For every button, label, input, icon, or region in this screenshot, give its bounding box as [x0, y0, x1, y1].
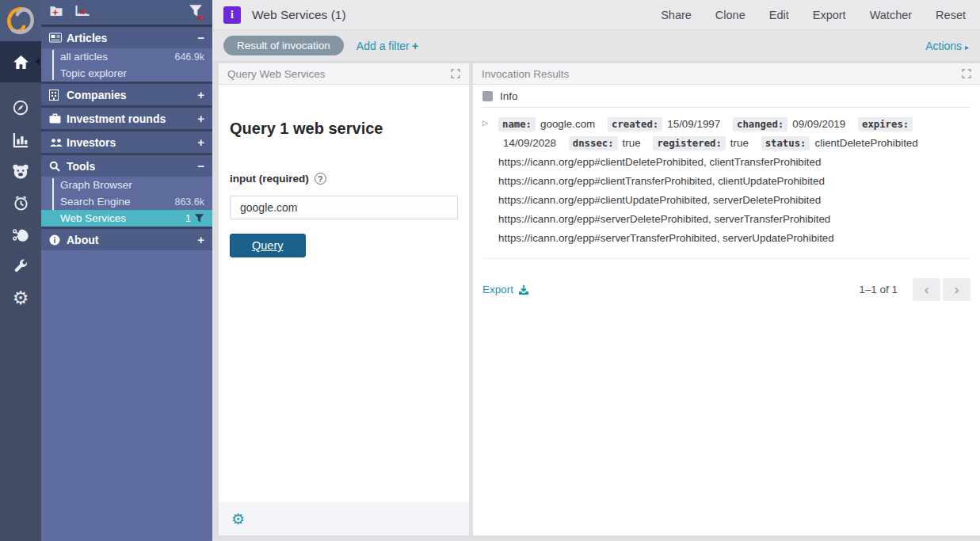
rail-history-button[interactable] [0, 187, 41, 219]
edit-button[interactable]: Edit [769, 9, 789, 21]
building-icon [49, 90, 67, 101]
rail-charts-button[interactable] [0, 124, 41, 155]
sidebar-item-search-engine[interactable]: Search Engine 863.6k [41, 193, 212, 210]
collapse-toggle[interactable]: − [197, 159, 204, 173]
alarm-clock-icon [13, 195, 29, 211]
section-about: About + [41, 229, 212, 250]
section-label: Articles [67, 32, 107, 44]
export-results-link[interactable]: Export [482, 284, 529, 295]
pagination: 1–1 of 1 ‹ › [859, 278, 970, 301]
actions-link[interactable]: Actions ▸ [925, 40, 969, 52]
field-value: 15/09/1997 [667, 118, 720, 130]
section-header-investment-rounds[interactable]: Investment rounds + [41, 108, 212, 129]
sidebar-item-graph-browser[interactable]: Graph Browser [41, 177, 212, 193]
sidebar-item-all-articles[interactable]: all articles 646.9k [41, 48, 212, 65]
field-key: registered: [653, 136, 725, 150]
rail-pipelines-button[interactable] [0, 219, 41, 250]
query-settings-gear-icon[interactable]: ⚙ [231, 512, 245, 527]
query-panel-footer: ⚙ [219, 502, 469, 535]
help-icon[interactable]: ? [315, 173, 326, 185]
panel-title: Invocation Results [482, 68, 569, 80]
expand-toggle[interactable]: + [197, 233, 204, 246]
tools-items: Graph Browser Search Engine 863.6k Web S… [41, 177, 212, 227]
top-menu: Share Clone Edit Export Watcher Reset [661, 9, 980, 21]
results-footer-row: Export 1–1 of 1 ‹ › [482, 278, 970, 301]
panel-title: Query Web Services [227, 68, 326, 80]
expand-panel-icon[interactable] [962, 69, 971, 78]
plus-icon: + [412, 39, 419, 52]
section-label: Investment rounds [67, 112, 166, 125]
query-input[interactable] [230, 196, 458, 219]
invocation-results-panel: Invocation Results Info ▷ name:google.co… [473, 63, 980, 535]
articles-items: all articles 646.9k Topic explorer [41, 48, 212, 82]
rail-datasets-button[interactable] [0, 155, 41, 187]
section-articles: Articles − all articles 646.9k Topic exp… [41, 27, 212, 82]
content-area: Query Web Services Query 1 web service i… [212, 62, 980, 540]
clear-filter-button[interactable]: × [189, 4, 203, 21]
rail-home-button[interactable] [0, 41, 41, 82]
bear-face-icon [12, 163, 29, 180]
field-value: 14/09/2028 [503, 137, 556, 149]
section-header-tools[interactable]: Tools − [41, 155, 212, 177]
right-arrow-icon: ▸ [965, 43, 969, 51]
record-expand-icon[interactable]: ▷ [482, 115, 498, 248]
new-chart-button[interactable]: + [74, 5, 90, 20]
section-header-investors[interactable]: Investors + [41, 131, 212, 153]
section-header-companies[interactable]: Companies + [41, 84, 212, 105]
pagination-range: 1–1 of 1 [859, 284, 898, 295]
collapse-toggle[interactable]: − [197, 31, 204, 44]
item-label: Search Engine [60, 196, 131, 208]
previous-page-button[interactable]: ‹ [913, 278, 940, 301]
result-field: registered:true [653, 137, 758, 149]
graph-pipeline-icon [12, 227, 29, 243]
sidebar-item-topic-explorer[interactable]: Topic explorer [41, 65, 212, 82]
expand-panel-icon[interactable] [451, 69, 460, 78]
results-column-header: Info [482, 85, 970, 108]
app-window: ⚙ + + × Articl [0, 0, 980, 541]
result-field: dnssec:true [569, 137, 650, 149]
expand-toggle[interactable]: + [197, 135, 204, 149]
result-of-invocation-pill[interactable]: Result of invocation [223, 36, 344, 55]
section-header-articles[interactable]: Articles − [41, 27, 212, 48]
chevron-left-icon: ‹ [924, 281, 929, 298]
sidebar-collapse-arrow-icon[interactable] [35, 58, 40, 66]
field-key: name: [498, 117, 536, 131]
result-field: status:clientDeleteProhibited https://ic… [498, 137, 918, 244]
expand-toggle[interactable]: + [197, 112, 204, 125]
watcher-button[interactable]: Watcher [870, 9, 912, 21]
icon-rail: ⚙ [0, 0, 41, 541]
query-button[interactable]: Query [230, 234, 306, 257]
input-label: input (required) [230, 173, 309, 185]
rail-explore-button[interactable] [0, 92, 41, 124]
item-count: 1 [185, 213, 191, 224]
item-label: Graph Browser [60, 179, 132, 191]
field-value: google.com [540, 118, 595, 130]
gear-icon: ⚙ [13, 289, 29, 307]
query-panel-header: Query Web Services [219, 63, 469, 85]
expand-toggle[interactable]: + [197, 88, 204, 101]
result-field: changed:09/09/2019 [733, 118, 855, 130]
app-logo[interactable] [0, 0, 41, 41]
page-title: Web Services (1) [252, 8, 346, 22]
sidebar-item-web-services[interactable]: Web Services 1 [41, 210, 212, 227]
field-value: true [623, 137, 641, 149]
reset-button[interactable]: Reset [936, 9, 966, 21]
query-heading: Query 1 web service [230, 120, 458, 138]
column-square-icon [482, 91, 493, 101]
section-header-about[interactable]: About + [41, 229, 212, 250]
new-folder-button[interactable]: + [49, 5, 63, 20]
clone-button[interactable]: Clone [715, 9, 745, 21]
add-filter-link[interactable]: Add a filter+ [357, 39, 419, 52]
share-button[interactable]: Share [661, 9, 692, 21]
people-icon [49, 138, 67, 147]
bar-chart-icon [13, 131, 29, 148]
rail-tools-button[interactable] [0, 250, 41, 282]
item-count: 646.9k [174, 51, 204, 63]
export-button[interactable]: Export [813, 9, 846, 21]
result-record-row: ▷ name:google.com created:15/09/1997 cha… [482, 108, 970, 259]
logo-spiral-icon [5, 5, 36, 36]
next-page-button[interactable]: › [943, 278, 970, 301]
rail-settings-button[interactable]: ⚙ [0, 282, 41, 314]
section-label: About [67, 234, 98, 246]
main-area: i Web Services (1) Share Clone Edit Expo… [212, 0, 980, 541]
